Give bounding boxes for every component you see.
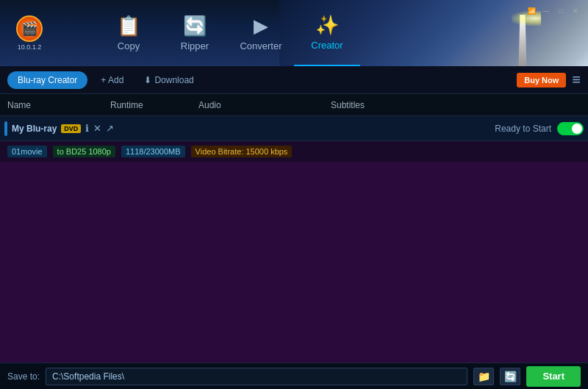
logo-icon: 🎬 — [16, 15, 43, 42]
nav-label-creator: Creator — [311, 40, 343, 51]
nav-label-ripper: Ripper — [181, 40, 209, 51]
col-header-runtime: Runtime — [110, 100, 198, 110]
menu-icon[interactable]: ≡ — [572, 71, 581, 88]
toolbar: Blu-ray Creator + Add ⬇ Download Buy Now… — [0, 66, 588, 94]
status-text: Ready to Start — [495, 124, 551, 134]
minimize-button[interactable]: — — [541, 6, 551, 16]
wifi-icon: 📶 — [526, 6, 537, 16]
close-row-icon[interactable]: ✕ — [93, 123, 101, 134]
copy-icon: 📋 — [117, 15, 140, 38]
tag-bitrate: Video Bitrate: 15000 kbps — [191, 146, 293, 157]
window-controls: 📶 — □ ✕ — [526, 6, 581, 16]
nav-item-copy[interactable]: 📋 Copy — [96, 0, 162, 66]
col-header-name: Name — [7, 100, 110, 110]
tag-bd25: to BD25 1080p — [53, 146, 115, 157]
tag-size: 1118/23000MB — [121, 146, 185, 157]
status-toggle[interactable] — [557, 122, 584, 135]
file-label: My Blu-ray — [12, 124, 57, 134]
info-icon[interactable]: ℹ — [85, 123, 89, 134]
col-header-subtitles: Subtitles — [331, 100, 581, 110]
nav-label-copy: Copy — [118, 40, 140, 51]
app-logo: 🎬 10.0.1.2 — [7, 15, 51, 51]
header: 🎬 10.0.1.2 📋 Copy 🔄 Ripper ▶ Converter ✨… — [0, 0, 588, 66]
app-version: 10.0.1.2 — [18, 43, 42, 51]
content-area — [0, 162, 588, 389]
share-icon[interactable]: ↗ — [106, 123, 114, 134]
start-button[interactable]: Start — [526, 366, 581, 387]
table-header: Name Runtime Audio Subtitles — [0, 94, 588, 116]
creator-icon: ✨ — [315, 14, 339, 37]
nav-item-converter[interactable]: ▶ Converter — [228, 0, 294, 66]
creator-button[interactable]: Blu-ray Creator — [7, 71, 87, 89]
download-button[interactable]: ⬇ Download — [137, 71, 201, 89]
download-icon: ⬇ — [144, 75, 151, 85]
converter-icon: ▶ — [254, 15, 268, 38]
dvd-badge: DVD — [61, 124, 81, 133]
save-path-input[interactable] — [46, 368, 467, 385]
file-row: My Blu-ray DVD ℹ ✕ ↗ Ready to Start — [0, 116, 588, 141]
footer: Save to: 📁 🔄 Start — [0, 363, 588, 389]
ripper-icon: 🔄 — [183, 15, 207, 38]
save-to-label: Save to: — [7, 371, 40, 382]
ready-status: Ready to Start — [495, 122, 584, 135]
row-indicator — [4, 121, 7, 136]
close-button[interactable]: ✕ — [570, 6, 581, 16]
nav-item-creator[interactable]: ✨ Creator — [294, 0, 360, 66]
col-header-audio: Audio — [198, 100, 331, 110]
nav-item-ripper[interactable]: 🔄 Ripper — [162, 0, 228, 66]
browse-folder-button[interactable]: 📁 — [473, 368, 494, 385]
refresh-button[interactable]: 🔄 — [500, 368, 520, 385]
add-button[interactable]: + Add — [93, 71, 131, 89]
nav-bar: 📋 Copy 🔄 Ripper ▶ Converter ✨ Creator — [96, 0, 360, 66]
maximize-button[interactable]: □ — [556, 6, 566, 16]
tag-01movie: 01movie — [7, 146, 47, 157]
nav-label-converter: Converter — [240, 40, 282, 51]
buy-now-button[interactable]: Buy Now — [517, 73, 566, 88]
info-row: 01movie to BD25 1080p 1118/23000MB Video… — [0, 141, 588, 162]
